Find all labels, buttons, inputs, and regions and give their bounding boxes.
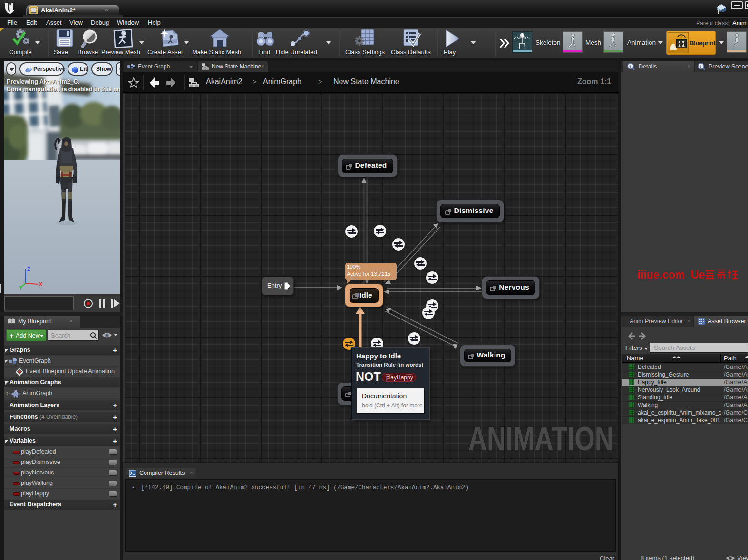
svg-text:Y: Y [19,285,23,290]
svg-text:Z: Z [27,266,30,272]
svg-text:X: X [39,281,43,287]
